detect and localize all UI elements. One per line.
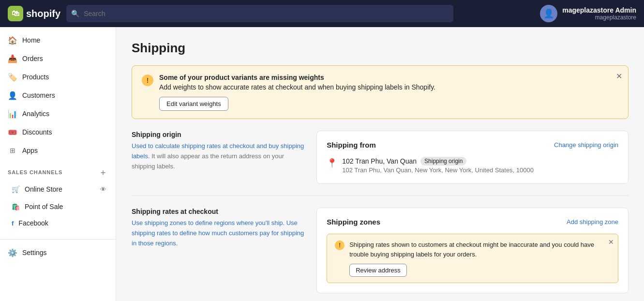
section-divider [132, 196, 629, 196]
sidebar-item-point-of-sale[interactable]: 🛍️ Point of Sale [0, 198, 116, 215]
card-header: Shipping from Change shipping origin [327, 141, 618, 149]
alert-close-button[interactable]: ✕ [616, 72, 622, 81]
sales-channels-header: SALES CHANNELS ＋ [0, 160, 116, 180]
edit-variant-weights-button[interactable]: Edit variant weights [159, 97, 228, 111]
pos-icon: 🛍️ [12, 203, 20, 211]
sidebar-item-label: Analytics [22, 110, 49, 118]
zones-alert-content: Shipping rates shown to customers at che… [349, 240, 610, 277]
shipping-rates-description: Shipping rates at checkout Use shipping … [132, 208, 305, 248]
card-title: Shipping from [327, 141, 376, 149]
sidebar-item-settings[interactable]: ⚙️ Settings [0, 243, 116, 262]
zones-inaccurate-alert: ! Shipping rates shown to customers at c… [327, 234, 618, 283]
settings-icon: ⚙️ [8, 248, 17, 257]
search-container: 🔍 [66, 5, 453, 22]
address-name: 102 Tran Phu, Van Quan Shipping origin [342, 157, 534, 166]
zones-card-title: Shipping zones [327, 218, 380, 226]
online-store-icon: 🛒 [12, 185, 20, 193]
orders-icon: 📥 [8, 54, 17, 63]
zones-alert-icon: ! [335, 241, 344, 250]
topnav-right: 👤 mageplazastore Admin mageplazastore [540, 5, 636, 22]
analytics-icon: 📊 [8, 109, 17, 119]
user-name: mageplazastore Admin [562, 6, 636, 14]
alert-content: Some of your product variants are missin… [159, 74, 435, 111]
sidebar-item-facebook[interactable]: f Facebook [0, 215, 116, 231]
sidebar-item-home[interactable]: 🏠 Home [0, 31, 116, 49]
sidebar-item-label: Orders [22, 55, 43, 62]
address-full: 102 Tran Phu, Van Quan, New York, New Yo… [342, 166, 534, 174]
change-shipping-origin-link[interactable]: Change shipping origin [554, 141, 618, 149]
sidebar-item-online-store[interactable]: 🛒 Online Store 👁 [0, 180, 116, 198]
sidebar-item-analytics[interactable]: 📊 Analytics [0, 105, 116, 123]
shopify-wordmark: shopify [26, 8, 60, 19]
shopify-logo[interactable]: 🛍 shopify [8, 6, 60, 21]
zones-alert-close-button[interactable]: ✕ [608, 238, 614, 246]
top-navigation: 🛍 shopify 🔍 👤 mageplazastore Admin magep… [0, 0, 644, 27]
avatar[interactable]: 👤 [540, 5, 557, 22]
missing-weights-alert: ! Some of your product variants are miss… [132, 65, 629, 119]
sidebar-item-label: Point of Sale [25, 203, 63, 211]
add-shipping-zone-link[interactable]: Add shipping zone [567, 218, 618, 226]
sidebar-item-label: Settings [22, 249, 47, 256]
online-store-actions: 👁 [98, 184, 108, 194]
sidebar-item-products[interactable]: 🏷️ Products [0, 68, 116, 86]
sidebar-item-label: Products [22, 73, 49, 81]
discounts-icon: 🎟️ [8, 127, 17, 137]
shipping-rates-desc: Use shipping zones to define regions whe… [132, 218, 305, 248]
sidebar-item-label: Apps [22, 147, 38, 154]
shipping-zones-card: Shipping zones Add shipping zone ! Shipp… [316, 208, 629, 293]
online-store-view-button[interactable]: 👁 [98, 184, 108, 194]
main-content: Shipping ! Some of your product variants… [116, 27, 644, 301]
shipping-from-row: 📍 102 Tran Phu, Van Quan Shipping origin… [327, 157, 618, 174]
customers-icon: 👤 [8, 90, 17, 100]
shipping-origin-badge: Shipping origin [420, 157, 466, 166]
alert-title: Some of your product variants are missin… [159, 74, 435, 81]
shipping-rates-label: Shipping rates at checkout [132, 208, 305, 215]
sidebar-item-label: Home [22, 36, 40, 44]
sidebar-item-label: Discounts [22, 128, 52, 136]
map-pin-icon: 📍 [327, 158, 337, 168]
sidebar-item-discounts[interactable]: 🎟️ Discounts [0, 123, 116, 141]
page-title: Shipping [132, 41, 629, 56]
facebook-icon: f [12, 220, 14, 227]
alert-warning-icon: ! [142, 75, 153, 86]
shipping-from-details: 102 Tran Phu, Van Quan Shipping origin 1… [342, 157, 534, 174]
shipping-from-card: Shipping from Change shipping origin 📍 1… [316, 131, 629, 184]
shipping-origin-description: Shipping origin Used to calculate shippi… [132, 131, 305, 171]
shipping-rates-link[interactable]: shipping rates [132, 229, 171, 237]
zones-card-header: Shipping zones Add shipping zone [327, 218, 618, 226]
alert-description: Add weights to show accurate rates at ch… [159, 83, 435, 91]
sidebar-item-apps[interactable]: ⊞ Apps [0, 141, 116, 160]
user-info: mageplazastore Admin mageplazastore [562, 6, 636, 21]
sidebar-item-customers[interactable]: 👤 Customers [0, 86, 116, 105]
shipping-origin-section: Shipping origin Used to calculate shippi… [132, 131, 629, 184]
sidebar: 🏠 Home 📥 Orders 🏷️ Products 👤 Customers … [0, 27, 116, 301]
shipping-rates-section: Shipping rates at checkout Use shipping … [132, 208, 629, 293]
sidebar-item-label: Customers [22, 91, 55, 99]
sidebar-item-orders[interactable]: 📥 Orders [0, 49, 116, 68]
home-icon: 🏠 [8, 35, 17, 45]
add-channel-button[interactable]: ＋ [98, 167, 108, 177]
zones-alert-text: Shipping rates shown to customers at che… [349, 240, 610, 259]
shopify-bag-icon: 🛍 [8, 6, 23, 21]
sidebar-item-label: Online Store [25, 185, 62, 193]
shipping-zones-link[interactable]: shipping zones [145, 219, 187, 226]
review-address-button[interactable]: Review address [349, 264, 407, 277]
sidebar-item-label: Facebook [18, 219, 48, 227]
shipping-origin-label: Shipping origin [132, 131, 305, 138]
shipping-origin-desc: Used to calculate shipping rates at chec… [132, 141, 305, 171]
apps-icon: ⊞ [8, 146, 17, 155]
user-store: mageplazastore [562, 14, 636, 21]
products-icon: 🏷️ [8, 72, 17, 82]
search-input[interactable] [66, 5, 453, 22]
